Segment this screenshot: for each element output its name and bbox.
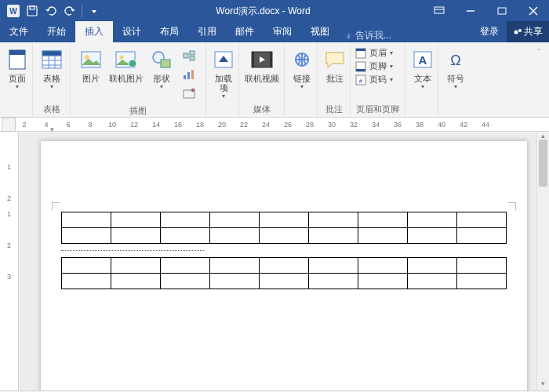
tab-view[interactable]: 视图	[301, 21, 339, 42]
tab-references[interactable]: 引用	[188, 21, 226, 42]
document-table[interactable]	[61, 257, 507, 289]
ruler-corner[interactable]	[2, 118, 16, 132]
vertical-ruler[interactable]: 12123	[0, 132, 19, 390]
table-cell[interactable]	[309, 258, 358, 274]
table-cell[interactable]	[62, 274, 111, 289]
ruler-tick	[118, 121, 129, 129]
table-cell[interactable]	[309, 228, 358, 244]
table-cell[interactable]	[62, 228, 111, 244]
document-page[interactable]	[41, 141, 527, 390]
svg-rect-20	[42, 51, 61, 56]
table-cell[interactable]	[161, 258, 210, 274]
footer-button[interactable]: 页脚▾	[355, 60, 393, 72]
table-cell[interactable]	[111, 228, 161, 244]
online-video-button[interactable]: 联机视频	[244, 45, 279, 83]
scroll-thumb[interactable]	[539, 140, 547, 187]
svg-rect-28	[184, 53, 188, 58]
close-icon[interactable]	[518, 0, 549, 22]
header-button[interactable]: 页眉▾	[355, 47, 393, 59]
word-icon[interactable]: W	[5, 2, 22, 20]
online-picture-button[interactable]: 联机图片	[107, 45, 146, 83]
table-cell[interactable]	[161, 228, 210, 244]
svg-rect-32	[187, 72, 190, 79]
table-cell[interactable]	[457, 228, 507, 244]
ruler-tick: 34	[370, 121, 381, 129]
save-icon[interactable]	[24, 2, 41, 20]
chart-icon[interactable]	[180, 66, 198, 83]
table-cell[interactable]	[457, 258, 507, 274]
picture-button[interactable]: 图片	[75, 45, 107, 83]
tab-file[interactable]: 文件	[0, 21, 38, 42]
table-cell[interactable]	[161, 212, 210, 228]
table-cell[interactable]	[210, 274, 260, 289]
ruler-tick	[30, 121, 41, 129]
symbols-button[interactable]: Ω 符号 ▾	[443, 45, 468, 90]
link-icon	[289, 47, 314, 72]
login-link[interactable]: 登录	[472, 21, 507, 42]
minimize-icon[interactable]	[455, 0, 486, 22]
table-cell[interactable]	[309, 212, 358, 228]
table-button[interactable]: 表格 ▾	[38, 45, 65, 90]
svg-rect-13	[9, 50, 25, 55]
shapes-icon	[149, 47, 174, 72]
undo-icon[interactable]	[42, 2, 60, 20]
table-cell[interactable]	[408, 274, 457, 289]
tab-review[interactable]: 审阅	[264, 21, 301, 42]
ruler-tick	[337, 121, 348, 129]
table-cell[interactable]	[358, 228, 408, 244]
links-button[interactable]: 链接 ▾	[289, 45, 314, 90]
qat-customize-icon[interactable]	[85, 2, 103, 20]
table-cell[interactable]	[408, 212, 457, 228]
vertical-scrollbar[interactable]: ▴ ▾	[536, 132, 549, 390]
table-cell[interactable]	[62, 212, 111, 228]
ruler-tick	[140, 121, 151, 129]
table-cell[interactable]	[408, 228, 457, 244]
page-number-button[interactable]: #页码▾	[355, 74, 393, 85]
tell-me[interactable]: ♀告诉我...	[339, 29, 472, 42]
table-cell[interactable]	[260, 258, 309, 274]
tab-mailings[interactable]: 邮件	[226, 21, 264, 42]
table-cell[interactable]	[62, 258, 111, 274]
screenshot-icon[interactable]	[180, 85, 198, 102]
ribbon-display-icon[interactable]	[424, 0, 455, 22]
tab-layout[interactable]: 布局	[151, 21, 188, 42]
document-table[interactable]	[61, 212, 507, 244]
text-button[interactable]: A 文本 ▾	[410, 45, 435, 90]
table-cell[interactable]	[161, 274, 210, 289]
table-cell[interactable]	[210, 258, 260, 274]
table-cell[interactable]	[408, 258, 457, 274]
ruler-tick	[74, 121, 85, 129]
table-cell[interactable]	[309, 274, 358, 289]
pages-button[interactable]: 页面 ▾	[5, 45, 30, 90]
table-cell[interactable]	[260, 228, 309, 244]
tab-design[interactable]: 设计	[113, 21, 151, 42]
table-cell[interactable]	[457, 212, 507, 228]
addins-button[interactable]: 加载 项 ▾	[211, 45, 236, 100]
table-cell[interactable]	[111, 274, 161, 289]
maximize-icon[interactable]	[486, 0, 518, 22]
horizontal-ruler[interactable]: 2468101214161820222426283032343638404244…	[0, 118, 549, 132]
table-cell[interactable]	[210, 228, 260, 244]
share-button[interactable]: 共享	[507, 21, 549, 42]
redo-icon[interactable]	[61, 2, 78, 20]
comment-button[interactable]: 批注	[322, 45, 347, 83]
collapse-ribbon-icon[interactable]: ˇ	[530, 44, 547, 61]
ruler-tick: 14	[151, 121, 162, 129]
table-cell[interactable]	[210, 212, 260, 228]
ruler-tick	[227, 121, 238, 129]
table-cell[interactable]	[457, 274, 507, 289]
table-cell[interactable]	[358, 212, 408, 228]
tab-home[interactable]: 开始	[38, 21, 75, 42]
table-cell[interactable]	[111, 212, 161, 228]
table-cell[interactable]	[260, 274, 309, 289]
ruler-tick: 42	[458, 121, 469, 129]
table-cell[interactable]	[358, 274, 408, 289]
ruler-tick: 18	[195, 121, 205, 129]
table-cell[interactable]	[111, 258, 161, 274]
tab-insert[interactable]: 插入	[75, 21, 113, 42]
table-cell[interactable]	[260, 212, 309, 228]
smartart-icon[interactable]	[180, 47, 198, 64]
shapes-button[interactable]: 形状 ▾	[146, 45, 177, 90]
scroll-down-icon[interactable]: ▾	[537, 379, 549, 390]
table-cell[interactable]	[358, 258, 408, 274]
